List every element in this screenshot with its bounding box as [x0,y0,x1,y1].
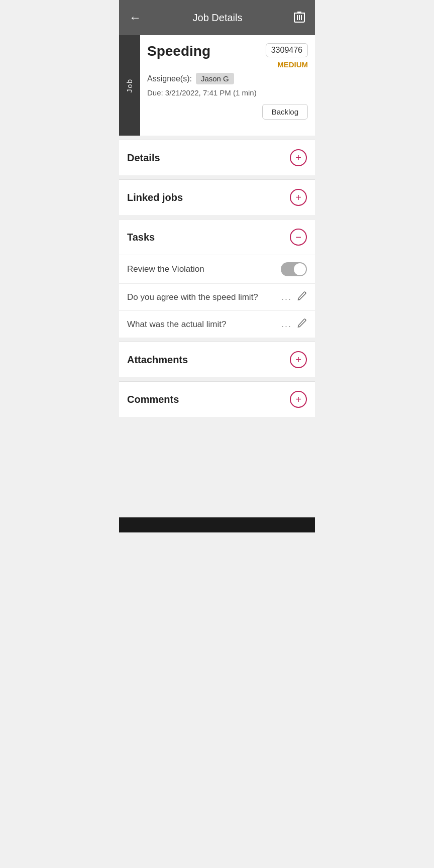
due-prefix: Due: [147,88,163,97]
job-card: Job Speeding 3309476 MEDIUM Assignee(s):… [119,35,315,136]
details-label: Details [127,152,160,164]
details-add-button[interactable]: + [290,149,307,166]
task-actual-item: What was the actual limit? ... [119,310,315,338]
empty-area [119,417,315,517]
attachments-add-button[interactable]: + [290,351,307,368]
job-title: Speeding [147,43,210,59]
plus-icon: + [295,192,301,202]
due-row: Due: 3/21/2022, 7:41 PM (1 min) [147,88,308,97]
delete-button[interactable] [294,11,305,25]
assignee-name: Jason G [196,73,234,84]
app-header: ← Job Details [119,0,315,35]
job-priority: MEDIUM [277,60,308,69]
job-id-badge: 3309476 [266,43,308,57]
tasks-collapse-button[interactable]: − [290,229,307,246]
comments-add-button[interactable]: + [290,391,307,408]
plus-icon: + [295,355,301,365]
tasks-label: Tasks [127,232,155,243]
task-agree-text: Do you agree with the speed limit? [127,292,281,302]
task-agree-item: Do you agree with the speed limit? ... [119,283,315,310]
job-tab: Job [119,35,140,136]
task-actual-actions: ... [281,318,307,331]
minus-icon: − [295,232,301,242]
attachments-label: Attachments [127,354,188,366]
page-title: Job Details [193,12,243,24]
comments-label: Comments [127,394,179,405]
due-datetime: 3/21/2022, 7:41 PM (1 min) [165,88,257,97]
back-button[interactable]: ← [129,11,141,25]
plus-icon: + [295,153,301,163]
review-toggle[interactable] [281,262,307,276]
job-title-row: Speeding 3309476 MEDIUM [147,43,308,69]
linked-jobs-label: Linked jobs [127,192,183,203]
linked-jobs-section: Linked jobs + [119,179,315,215]
tasks-header: Tasks − [119,220,315,255]
task-actual-text: What was the actual limit? [127,319,281,330]
job-tab-label: Job [126,78,134,93]
task-review-item: Review the Violation [119,255,315,283]
comments-section: Comments + [119,381,315,417]
task-actual-edit-icon[interactable] [297,318,307,331]
task-review-text: Review the Violation [127,264,281,274]
backlog-container: Backlog [147,104,308,120]
bottom-bar [119,517,315,532]
tasks-section: Tasks − Review the Violation Do you agre… [119,219,315,338]
assignee-prefix: Assignee(s): [147,74,192,83]
assignee-row: Assignee(s): Jason G [147,73,308,84]
plus-icon: + [295,394,301,404]
task-actual-dots: ... [281,319,292,330]
details-section: Details + [119,140,315,175]
task-agree-edit-icon[interactable] [297,291,307,303]
task-agree-dots: ... [281,292,292,302]
job-content: Speeding 3309476 MEDIUM Assignee(s): Jas… [140,35,315,136]
attachments-section: Attachments + [119,342,315,377]
task-agree-actions: ... [281,291,307,303]
backlog-button[interactable]: Backlog [262,104,308,120]
linked-jobs-add-button[interactable]: + [290,189,307,206]
